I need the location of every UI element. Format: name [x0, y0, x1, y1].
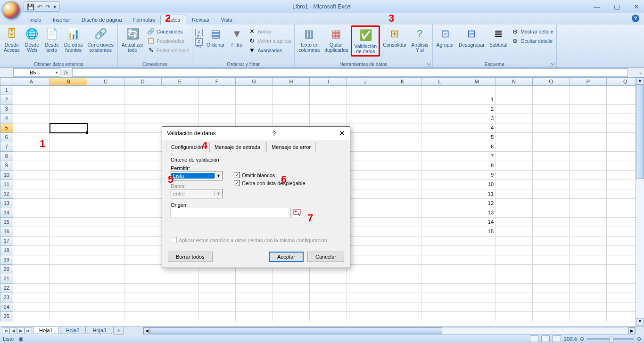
cell-O10[interactable]	[533, 171, 570, 180]
cell-M6[interactable]: 5	[458, 133, 495, 142]
cell-C8[interactable]	[87, 152, 124, 161]
cell-N18[interactable]	[495, 246, 533, 255]
properties-button[interactable]: 📋Propiedades	[146, 37, 190, 45]
row-header-14[interactable]: 14	[0, 208, 13, 218]
cell-D17[interactable]	[124, 237, 162, 246]
cell-J8[interactable]	[347, 152, 384, 161]
row-header-5[interactable]: 5	[0, 123, 13, 133]
cell-D11[interactable]	[124, 180, 162, 189]
row-header-6[interactable]: 6	[0, 133, 13, 142]
connections-button[interactable]: 🔗Conexiones	[146, 27, 190, 36]
cell-E24[interactable]	[161, 302, 198, 312]
subtotal-button[interactable]: ≣Subtotal	[487, 25, 510, 49]
cell-K6[interactable]	[384, 133, 421, 142]
cell-C11[interactable]	[87, 180, 124, 189]
cell-G22[interactable]	[236, 284, 273, 293]
cell-K1[interactable]	[384, 86, 421, 95]
cell-H25[interactable]	[273, 312, 310, 321]
cell-J10[interactable]	[347, 171, 384, 180]
cell-J20[interactable]	[347, 265, 384, 274]
edit-links-button[interactable]: ✎Editar vínculos	[146, 46, 190, 55]
cell-B22[interactable]	[50, 284, 87, 293]
cell-G23[interactable]	[236, 293, 273, 302]
cell-C1[interactable]	[87, 86, 124, 95]
cell-J25[interactable]	[347, 312, 384, 321]
cell-P14[interactable]	[570, 208, 607, 218]
cell-O16[interactable]	[533, 227, 570, 237]
text-to-columns-button[interactable]: ▥Texto encolumnas	[297, 25, 322, 54]
name-box[interactable]: B5	[13, 68, 60, 77]
cell-N5[interactable]	[495, 123, 533, 133]
cell-J18[interactable]	[347, 246, 384, 255]
cell-L24[interactable]	[421, 302, 459, 312]
col-header-B[interactable]: B	[50, 77, 87, 86]
cell-B21[interactable]	[50, 274, 87, 284]
row-header-24[interactable]: 24	[0, 302, 13, 312]
row-header-18[interactable]: 18	[0, 246, 13, 255]
cell-P15[interactable]	[570, 218, 607, 227]
cell-D24[interactable]	[124, 302, 162, 312]
cell-C23[interactable]	[87, 293, 124, 302]
cell-P23[interactable]	[570, 293, 607, 302]
vertical-scrollbar[interactable]: ▲ ▼	[636, 77, 644, 326]
row-header-22[interactable]: 22	[0, 284, 13, 293]
cell-D9[interactable]	[124, 161, 162, 171]
cell-G4[interactable]	[236, 114, 273, 123]
cell-K21[interactable]	[384, 274, 421, 284]
cell-A6[interactable]	[13, 133, 50, 142]
cell-H21[interactable]	[273, 274, 310, 284]
cell-P11[interactable]	[570, 180, 607, 189]
cell-I4[interactable]	[310, 114, 347, 123]
col-header-H[interactable]: H	[273, 77, 310, 86]
cell-A22[interactable]	[13, 284, 50, 293]
cell-B1[interactable]	[50, 86, 87, 95]
cell-P24[interactable]	[570, 302, 607, 312]
zoom-slider[interactable]	[587, 338, 634, 340]
cell-C18[interactable]	[87, 246, 124, 255]
cell-A21[interactable]	[13, 274, 50, 284]
help-icon[interactable]: ?	[632, 15, 639, 22]
cell-J12[interactable]	[347, 189, 384, 199]
cell-J16[interactable]	[347, 227, 384, 237]
cell-J11[interactable]	[347, 180, 384, 189]
cell-E1[interactable]	[161, 86, 198, 95]
cell-O8[interactable]	[533, 152, 570, 161]
sheet-tab-1[interactable]: Hoja1	[33, 327, 59, 334]
from-access-button[interactable]: 🗄DesdeAccess	[2, 25, 22, 54]
vscroll-thumb[interactable]	[636, 85, 644, 179]
cell-L1[interactable]	[421, 86, 459, 95]
cell-G1[interactable]	[236, 86, 273, 95]
dialog-help-icon[interactable]: ?	[272, 130, 276, 137]
cell-M12[interactable]: 11	[458, 189, 495, 199]
from-other-button[interactable]: 📊De otrasfuentes	[62, 25, 85, 54]
cell-M14[interactable]: 13	[458, 208, 495, 218]
cell-L23[interactable]	[421, 293, 459, 302]
cell-I25[interactable]	[310, 312, 347, 321]
row-header-3[interactable]: 3	[0, 105, 13, 114]
allow-combobox[interactable]: Lista ▼	[171, 171, 223, 180]
cell-K11[interactable]	[384, 180, 421, 189]
cell-I21[interactable]	[310, 274, 347, 284]
cell-A18[interactable]	[13, 246, 50, 255]
view-layout-button[interactable]	[541, 335, 550, 342]
cell-P3[interactable]	[570, 105, 607, 114]
cell-A17[interactable]	[13, 237, 50, 246]
col-header-I[interactable]: I	[310, 77, 347, 86]
cell-A5[interactable]	[13, 123, 50, 133]
cell-A13[interactable]	[13, 199, 50, 208]
refresh-all-button[interactable]: 🔄Actualizartodo	[120, 25, 145, 54]
cell-M10[interactable]: 9	[458, 171, 495, 180]
cell-K23[interactable]	[384, 293, 421, 302]
col-header-N[interactable]: N	[495, 77, 533, 86]
cell-L17[interactable]	[421, 237, 459, 246]
cell-N11[interactable]	[495, 180, 533, 189]
cell-G2[interactable]	[236, 95, 273, 105]
cell-M7[interactable]: 6	[458, 142, 495, 152]
cell-F1[interactable]	[198, 86, 236, 95]
cell-D7[interactable]	[124, 142, 162, 152]
row-header-4[interactable]: 4	[0, 114, 13, 123]
hscroll-thumb[interactable]	[150, 327, 442, 334]
cell-P10[interactable]	[570, 171, 607, 180]
cell-L3[interactable]	[421, 105, 459, 114]
cell-B10[interactable]	[50, 171, 87, 180]
